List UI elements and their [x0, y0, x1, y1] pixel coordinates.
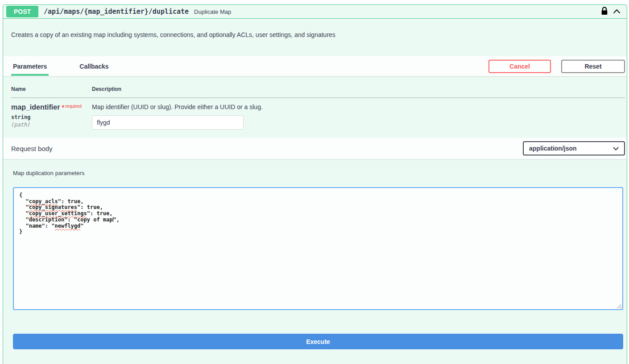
request-body-section: Map duplication parameters { "copy_acls"…: [3, 159, 627, 349]
tab-callbacks[interactable]: Callbacks: [78, 57, 110, 76]
code-line: {: [19, 192, 617, 199]
chevron-down-icon: [613, 145, 619, 152]
cancel-button[interactable]: Cancel: [488, 60, 551, 73]
request-body-label: Request body: [11, 145, 53, 152]
parameter-row-map-identifier: map_identifier *required string (path) M…: [11, 98, 625, 130]
required-asterisk: *: [62, 104, 64, 111]
request-body-header-row: Request body application/json: [3, 138, 627, 159]
column-header-name: Name: [11, 82, 92, 98]
parameter-location: (path): [11, 122, 92, 128]
parameter-name: map_identifier: [11, 103, 60, 111]
parameter-description: Map identifier (UUID or slug). Provide e…: [92, 103, 625, 110]
operation-summary-bar[interactable]: POST /api/maps/{map_identifier}/duplicat…: [3, 5, 627, 19]
collapse-operation-button[interactable]: [612, 8, 621, 16]
map-identifier-input[interactable]: [92, 115, 244, 130]
resize-handle[interactable]: [617, 303, 621, 308]
parameter-type: string: [11, 114, 92, 120]
schema-title: Map duplication parameters: [13, 170, 623, 176]
execute-button[interactable]: Execute: [13, 334, 623, 349]
media-type-select[interactable]: application/json: [523, 141, 625, 155]
json-editor-content: { "copy_acls": true, "copy_signatures": …: [19, 192, 617, 235]
authorize-lock-button[interactable]: [600, 5, 609, 18]
code-line: "name": "newflygd": [19, 223, 617, 229]
tab-parameters[interactable]: Parameters: [11, 57, 49, 76]
operation-panel-duplicate-map: POST /api/maps/{map_identifier}/duplicat…: [3, 4, 627, 364]
code-line: "copy_user_settings": true,: [19, 211, 617, 217]
code-line: "copy_acls": true,: [19, 199, 617, 205]
endpoint-summary: Duplicate Map: [194, 8, 231, 15]
code-line: "copy_signatures": true,: [19, 204, 617, 211]
http-method-badge: POST: [6, 6, 38, 17]
code-line: "description": "copy of map",: [19, 217, 617, 223]
parameters-section: Name Description map_identifier *require…: [3, 76, 627, 138]
code-line: }: [19, 229, 617, 235]
required-label: required: [65, 104, 82, 109]
request-body-editor[interactable]: { "copy_acls": true, "copy_signatures": …: [13, 187, 623, 310]
media-type-selected-value: application/json: [529, 145, 577, 152]
chevron-up-icon: [613, 8, 621, 15]
reset-button[interactable]: Reset: [561, 60, 625, 73]
parameters-header-row: Parameters Callbacks Cancel Reset: [3, 56, 627, 76]
endpoint-path: /api/maps/{map_identifier}/duplicate: [44, 8, 189, 16]
operation-description: Creates a copy of an existing map includ…: [3, 19, 627, 56]
column-header-description: Description: [92, 82, 625, 98]
lock-icon: [600, 6, 608, 17]
